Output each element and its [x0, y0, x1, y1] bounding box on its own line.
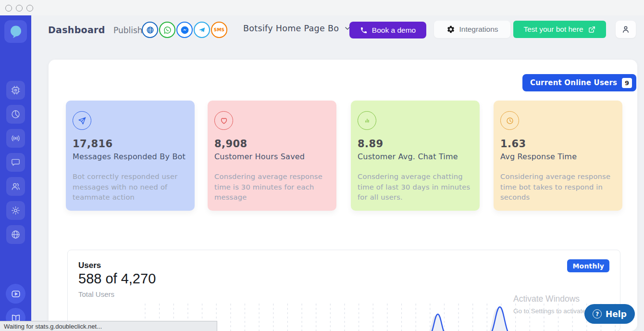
chip-icon — [11, 85, 21, 95]
online-users-label: Current Online Users — [530, 78, 617, 87]
help-label: Help — [606, 309, 627, 319]
sidebar-item-users[interactable] — [6, 177, 25, 196]
send-icon — [77, 116, 87, 126]
stat-card-avg-response-time: 1.63 Avg Response Time Considering avera… — [494, 101, 622, 211]
book-demo-button[interactable]: Book a demo — [349, 22, 426, 38]
stat-value: 17,816 — [73, 138, 188, 150]
stat-value: 1.63 — [500, 138, 616, 150]
stat-description: Bot correctly responded user messages wi… — [73, 171, 188, 203]
users-count: 588 of 4,270 — [78, 271, 156, 287]
bar-chart-icon-ring — [358, 111, 376, 130]
status-text: Waiting for stats.g.doubleclick.net... — [4, 323, 102, 330]
page-title: Dashboard — [48, 25, 105, 35]
current-online-users-button[interactable]: Current Online Users 9 — [522, 74, 636, 91]
test-bot-label: Test your bot here — [523, 25, 583, 34]
users-series-peak — [487, 307, 513, 331]
stat-description: Considering average response time bot ta… — [500, 171, 616, 203]
sidebar — [0, 15, 31, 331]
play-icon — [11, 289, 21, 299]
channel-whatsapp[interactable] — [159, 22, 175, 38]
web-globe-icon — [146, 25, 155, 35]
question-circle-icon: ? — [593, 309, 602, 318]
sidebar-item-analytics[interactable] — [6, 105, 25, 124]
gear-icon — [446, 25, 455, 34]
broadcast-icon — [11, 133, 21, 143]
stat-card-hours-saved: 8,908 Customer Hours Saved Consdering av… — [208, 101, 336, 211]
stat-title: Customer Hours Saved — [214, 152, 330, 161]
users-subtitle: Total Users — [78, 290, 114, 298]
browser-status-bar: Waiting for stats.g.doubleclick.net... — [0, 321, 217, 331]
sidebar-item-website[interactable] — [6, 225, 25, 244]
stat-value: 8,908 — [214, 138, 330, 150]
send-icon-ring — [73, 111, 91, 130]
phone-icon — [360, 26, 368, 34]
chat-bubble-icon — [11, 157, 21, 167]
integrations-label: Integrations — [459, 25, 498, 34]
globe-icon — [11, 229, 21, 240]
test-bot-button[interactable]: Test your bot here — [513, 21, 606, 38]
gear-icon — [11, 205, 21, 216]
window-minimize-button[interactable] — [16, 5, 23, 12]
bot-selector-value: Botsify Home Page Bo — [243, 24, 339, 33]
stat-card-messages-responded: 17,816 Messages Responded By Bot Bot cor… — [66, 101, 195, 211]
profile-button[interactable] — [616, 21, 636, 38]
help-button[interactable]: ? Help — [584, 304, 635, 324]
stat-card-avg-chat-time: 8.89 Customer Avg. Chat Time Consdering … — [351, 101, 480, 211]
book-demo-label: Book a demo — [372, 26, 416, 35]
chat-bubble-logo-icon — [8, 24, 24, 40]
channel-web[interactable] — [142, 22, 158, 38]
window-close-button[interactable] — [5, 5, 12, 12]
telegram-icon — [197, 25, 207, 35]
heart-icon-ring — [214, 111, 233, 130]
integrations-button[interactable]: Integrations — [434, 21, 510, 38]
stat-value: 8.89 — [358, 138, 473, 150]
stat-title: Avg Response Time — [500, 152, 616, 161]
channel-telegram[interactable] — [194, 22, 210, 38]
whatsapp-icon — [163, 25, 172, 35]
channel-messenger[interactable] — [176, 22, 193, 38]
online-users-count-badge: 9 — [622, 78, 632, 88]
bot-selector-dropdown[interactable]: Botsify Home Page Bo — [243, 24, 351, 33]
stat-description: Consdering average chatting time of last… — [358, 171, 473, 203]
sms-icon: SMS — [214, 27, 225, 32]
external-link-icon — [588, 25, 596, 34]
stat-description: Consdering average response time is 30 m… — [214, 171, 330, 203]
users-icon — [11, 181, 21, 191]
sidebar-item-live-chat[interactable] — [6, 153, 25, 172]
stat-title: Customer Avg. Chat Time — [358, 152, 473, 161]
sidebar-item-broadcast[interactable] — [6, 129, 25, 148]
botsify-logo[interactable] — [4, 20, 27, 43]
clock-icon-ring — [500, 111, 519, 130]
clock-icon — [505, 116, 515, 126]
sidebar-item-settings[interactable] — [6, 201, 25, 220]
stat-title: Messages Responded By Bot — [73, 152, 188, 161]
sidebar-item-bot-builder[interactable] — [6, 81, 25, 100]
heart-icon — [219, 116, 229, 126]
users-chart-card: Users 588 of 4,270 Total Users Monthly — [67, 250, 620, 331]
monthly-range-button[interactable]: Monthly — [567, 259, 609, 272]
publish-channels: SMS — [142, 22, 227, 38]
window-titlebar — [0, 0, 644, 15]
messenger-icon — [180, 25, 190, 35]
window-zoom-button[interactable] — [26, 5, 33, 12]
sidebar-item-video-tutorials[interactable] — [6, 284, 25, 304]
channel-sms[interactable]: SMS — [211, 22, 227, 38]
users-panel-title: Users — [78, 261, 101, 270]
publish-label: Publish — [113, 25, 143, 35]
user-icon — [621, 25, 631, 34]
pie-chart-icon — [11, 109, 21, 119]
bar-chart-icon — [362, 116, 372, 126]
